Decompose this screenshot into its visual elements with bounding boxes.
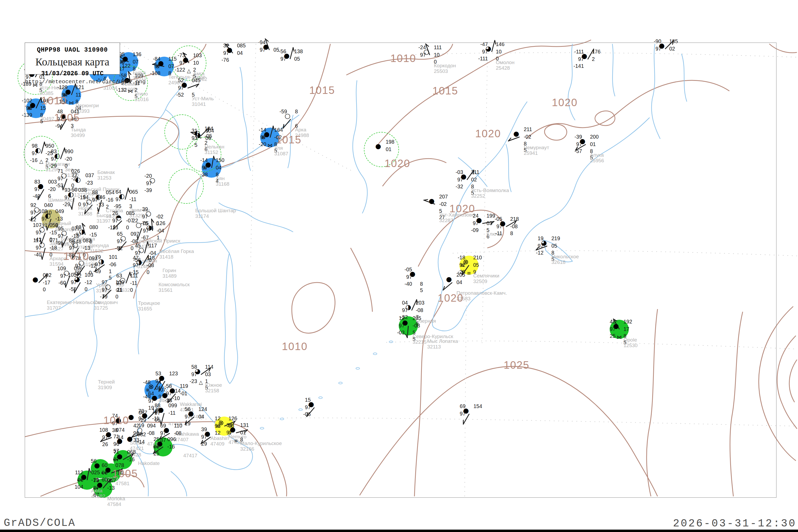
station-name-label: Morioka47584 [107,496,125,507]
grads-brand: GrADS/COLA [4,517,76,529]
isobar-line [777,336,797,429]
source-url: http://meteocenter.net/circ/UHPP.png [25,79,120,85]
isobar-line [789,360,797,402]
title-box: QHPP98 UAOL 310900 Кольцевая карта 31/03… [25,42,120,75]
map-frame [25,42,776,498]
bottom-bar [0,530,798,532]
map-title: Кольцевая карта [25,56,120,68]
bulletin-id: QHPP98 UAOL 310900 [25,46,120,54]
weather-map-page: ●-7697-1891340185⋈Усть-Нюкжа30385●-10296… [0,0,798,532]
render-timestamp: 2026-03-31-12:30 [673,518,796,530]
map-datetime: 31/03/2026 09 UTC [25,70,120,77]
